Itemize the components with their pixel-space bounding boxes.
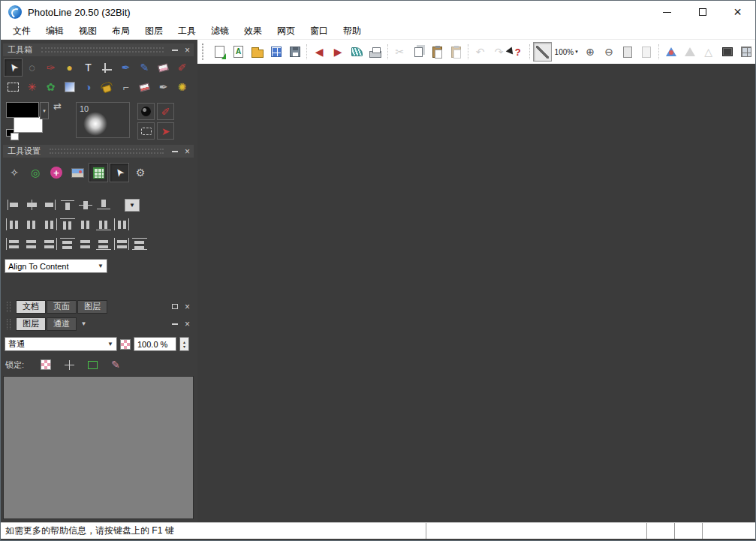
new-text-document-button[interactable]: A	[229, 42, 248, 62]
blend-mode-select[interactable]: 普通 ▼	[5, 337, 117, 351]
space-left-button[interactable]	[5, 236, 23, 251]
opacity-spinner[interactable]: ▴ ▾	[179, 337, 189, 351]
toolbox-drag-handle[interactable]	[41, 47, 164, 53]
context-help-button[interactable]: ?	[508, 42, 527, 62]
gradient-tool[interactable]	[60, 78, 79, 96]
align-horizontal-centers-button[interactable]	[23, 197, 41, 212]
lock-size-toggle[interactable]	[85, 358, 100, 371]
align-top-edges-button[interactable]	[59, 197, 77, 212]
menu-item-window[interactable]: 窗口	[303, 23, 336, 39]
opacity-swatch[interactable]	[120, 339, 131, 350]
arrow-settings-button[interactable]: ➤	[157, 122, 174, 140]
layers-tab-channels[interactable]: 通道	[47, 317, 77, 331]
print-button[interactable]	[366, 42, 385, 62]
foreground-color-swatch[interactable]	[6, 102, 39, 118]
canvas[interactable]	[197, 64, 755, 522]
layers-panel-minimize-button[interactable]	[168, 318, 181, 329]
pointer-mode-button[interactable]: ➤	[110, 163, 129, 182]
color-management-button[interactable]	[661, 42, 680, 62]
menu-item-effects[interactable]: 效果	[236, 23, 270, 39]
lock-position-toggle[interactable]	[62, 358, 77, 371]
tool-settings-close-button[interactable]: ×	[181, 146, 194, 157]
add-new-button[interactable]: +	[47, 163, 66, 182]
brush-color-mode-button[interactable]: ✐	[157, 103, 174, 120]
paste-button[interactable]	[428, 42, 447, 62]
menu-item-layout[interactable]: 布局	[104, 23, 137, 39]
menu-item-tools[interactable]: 工具	[170, 23, 203, 39]
align-right-edges-button[interactable]	[41, 197, 59, 212]
fill-tool[interactable]	[98, 78, 116, 96]
close-button[interactable]: ×	[720, 1, 755, 23]
clone-brush-tool[interactable]: ✿	[41, 78, 60, 96]
distribute-bottom-edges-button[interactable]	[95, 217, 113, 232]
distribute-top-edges-button[interactable]	[59, 217, 77, 232]
navigate-forward-button[interactable]: ▶	[329, 42, 348, 62]
zoom-in-button[interactable]: ⊕	[581, 42, 600, 62]
options-gear-button[interactable]: ⚙	[131, 163, 150, 182]
pencil-tool[interactable]: ✎	[135, 59, 154, 77]
align-mode-select[interactable]: Align To Content ▼	[5, 259, 107, 273]
space-v-center-button[interactable]	[77, 236, 95, 251]
default-colors-button[interactable]	[6, 129, 18, 139]
space-bottom-button[interactable]	[95, 236, 113, 251]
channels-view-button[interactable]	[718, 42, 736, 62]
import-scan-button[interactable]	[348, 42, 366, 62]
toolbox-minimize-button[interactable]	[168, 44, 181, 56]
grid-settings-button[interactable]	[736, 42, 755, 62]
knife-tool[interactable]: ✒	[116, 59, 135, 77]
distribute-v-centers-button[interactable]	[77, 217, 95, 232]
navigate-back-button[interactable]: ◀	[310, 42, 329, 62]
distribute-right-edges-button[interactable]	[41, 217, 59, 232]
doc-tab-document[interactable]: 文档	[16, 300, 46, 314]
lock-painting-toggle[interactable]: ✎	[108, 358, 123, 371]
mask-outline-button[interactable]	[137, 122, 155, 140]
distribute-spacing-button[interactable]	[113, 217, 131, 232]
sphere-tool[interactable]: ◑	[79, 78, 98, 96]
distribute-h-centers-button[interactable]	[23, 217, 41, 232]
tool-settings-minimize-button[interactable]	[168, 146, 181, 157]
brush-settings-button[interactable]	[137, 103, 155, 120]
layers-panel-menu-button[interactable]: ▼	[77, 318, 90, 329]
pattern-select-button[interactable]: ✧	[5, 163, 24, 182]
new-document-button[interactable]	[210, 42, 229, 62]
align-left-edges-button[interactable]	[5, 197, 23, 212]
spray-tool[interactable]: ✳	[23, 78, 41, 96]
menu-item-file[interactable]: 文件	[5, 23, 38, 39]
menu-item-layer[interactable]: 图层	[137, 23, 170, 39]
distribute-left-edges-button[interactable]	[5, 217, 23, 232]
equal-width-button[interactable]	[113, 236, 131, 251]
measure-tool-button[interactable]	[533, 42, 552, 62]
menu-item-help[interactable]: 帮助	[336, 23, 369, 39]
pen-tool[interactable]: ✒	[154, 78, 173, 96]
browse-files-button[interactable]	[267, 42, 285, 62]
space-top-button[interactable]	[59, 236, 77, 251]
soft-eraser-tool[interactable]	[135, 78, 154, 96]
eraser-tool[interactable]	[154, 59, 173, 77]
brush-tool[interactable]: ✐	[173, 59, 191, 77]
document-panel-close-button[interactable]: ×	[181, 301, 194, 312]
move-tool[interactable]: ➤	[4, 59, 23, 77]
document-panel-drag-handle[interactable]	[7, 302, 11, 312]
save-file-button[interactable]	[285, 42, 304, 62]
color-dropdown-button[interactable]: ▾	[40, 102, 49, 119]
target-button[interactable]: ◎	[26, 163, 45, 182]
brush-preview[interactable]: 10	[76, 102, 130, 138]
align-options-dropdown[interactable]: ▼	[125, 199, 140, 212]
zoom-level-display[interactable]: 100%▾	[552, 48, 581, 56]
equal-height-button[interactable]	[131, 236, 149, 251]
minimize-button[interactable]	[649, 1, 685, 23]
lasso-tool[interactable]: ◌	[23, 59, 41, 77]
space-h-center-button[interactable]	[23, 236, 41, 251]
menu-item-web[interactable]: 网页	[270, 23, 303, 39]
layers-list[interactable]	[3, 376, 194, 519]
marquee-tool[interactable]	[4, 78, 23, 96]
layers-panel-close-button[interactable]: ×	[181, 318, 194, 329]
menu-item-edit[interactable]: 编辑	[38, 23, 71, 39]
open-file-button[interactable]	[248, 42, 267, 62]
doc-tab-page[interactable]: 页面	[47, 300, 77, 314]
toolbox-close-button[interactable]: ×	[181, 44, 194, 56]
ellipse-tool[interactable]: ●	[60, 59, 79, 77]
opacity-field[interactable]: 100.0 %	[134, 337, 176, 351]
toolbar-grip[interactable]	[202, 44, 203, 60]
snap-grid-button[interactable]	[89, 163, 108, 182]
